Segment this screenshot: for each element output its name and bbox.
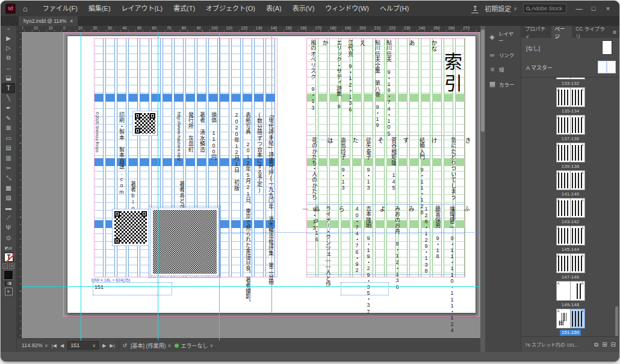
page-thumbnail[interactable]: A	[571, 115, 585, 135]
new-spread-button[interactable]: ⊞	[602, 341, 607, 348]
spread-item[interactable]: AA137-136	[521, 115, 619, 143]
panel-icon-stroke[interactable]: ≡線	[485, 62, 521, 76]
next-spread-button[interactable]: ▶	[102, 343, 106, 348]
master-none-thumbnail[interactable]	[602, 40, 612, 55]
first-spread-button[interactable]: |◀	[52, 343, 57, 348]
horizontal-ruler[interactable]: 3020100102030405060708090100110120130140…	[17, 26, 480, 32]
free-transform-tool[interactable]: ⤡	[2, 173, 15, 183]
spread-label[interactable]: 135-134	[560, 108, 581, 114]
page-thumbnail[interactable]: A	[571, 253, 585, 273]
page-number-frame[interactable]: 151	[93, 282, 172, 295]
spread-item[interactable]: AA139-138	[521, 143, 619, 170]
swap-fill-stroke-icon[interactable]: ◩⇄	[5, 246, 12, 251]
master-a-row[interactable]: A マスター	[521, 58, 619, 76]
pencil-tool[interactable]: ✎	[2, 113, 15, 123]
panel-tab-プロパティ[interactable]: プロパティ	[521, 26, 551, 38]
share-icon[interactable]: ↥	[471, 4, 479, 13]
formatting-affects-text-button[interactable]: T	[9, 264, 14, 269]
line-tool[interactable]: ╲	[2, 93, 15, 103]
page-thumbnail[interactable]: A	[556, 143, 571, 162]
spread-item[interactable]: AA143-142	[521, 198, 619, 226]
workspace-switcher[interactable]: 初期設定 ∨	[485, 4, 517, 13]
document-canvas[interactable]: 「現代詩手帖」詩書月評(一九九〇年 清水鱗造批評集 第二分冊(数分冊ずつ合本にす…	[17, 26, 480, 341]
panel-icon-color[interactable]: ▦カラー	[485, 76, 521, 91]
master-none-row[interactable]: [なし]	[521, 38, 619, 58]
ruler-origin-box[interactable]	[17, 26, 22, 32]
qr-code-medium[interactable]	[112, 209, 149, 246]
panel-icon-links[interactable]: ∞リンク	[485, 48, 521, 62]
menu-item[interactable]: ファイル(F)	[37, 1, 83, 16]
canvas-vertical-scrollbar[interactable]	[480, 26, 485, 352]
master-a-thumbnail[interactable]	[598, 61, 616, 73]
spread-item[interactable]: AA147-146	[521, 253, 619, 281]
edit-page-size-button[interactable]: ⧉	[594, 341, 598, 348]
pen-tool[interactable]: ✒	[2, 103, 15, 113]
spread-label[interactable]: 151-150	[560, 330, 581, 336]
ruler-guide-vertical[interactable]	[158, 32, 158, 341]
page-thumbnail[interactable]: A	[556, 115, 571, 135]
menu-item[interactable]: 編集(E)	[83, 1, 116, 16]
vertical-grid-tool[interactable]: ▥	[2, 153, 15, 163]
spread-label[interactable]: 143-142	[560, 219, 581, 225]
formatting-affects-container-button[interactable]: □	[2, 264, 8, 269]
home-icon[interactable]: ⌂	[23, 4, 28, 13]
panel-tab-ページ[interactable]: ページ	[551, 26, 572, 38]
rectangle-tool[interactable]: ▭	[2, 133, 15, 143]
panel-icon-layers[interactable]: ◈レイヤー	[485, 26, 521, 48]
menu-item[interactable]: オブジェクト(O)	[200, 1, 261, 16]
document-tab[interactable]: hyo2.indd @ 114% ×	[19, 16, 78, 26]
adobe-stock-search-input[interactable]: Adobe Stock	[523, 4, 566, 13]
note-tool[interactable]: ▬	[2, 203, 15, 213]
page-thumbnail[interactable]: A	[556, 170, 571, 190]
menu-item[interactable]: 表(A)	[261, 1, 287, 16]
page-thumbnail[interactable]: A	[556, 198, 571, 218]
horizontal-grid-tool[interactable]: ▤	[2, 143, 15, 153]
ruler-guide-vertical[interactable]	[219, 32, 220, 341]
page-thumbnail[interactable]: A	[556, 253, 571, 273]
menu-item[interactable]: 表示(V)	[287, 1, 320, 16]
direct-selection-tool[interactable]: ▷	[2, 43, 15, 54]
apply-gradient-button[interactable]	[5, 281, 12, 286]
empty-text-frame[interactable]	[341, 282, 389, 295]
gap-tool[interactable]: ⇔	[2, 63, 15, 73]
type-tool[interactable]: T	[2, 83, 15, 93]
menu-item[interactable]: レイアウト(L)	[116, 1, 168, 16]
gradient-tool[interactable]: ▩	[2, 183, 15, 193]
maximize-button[interactable]: □	[587, 1, 600, 16]
minimize-button[interactable]: —	[572, 1, 586, 16]
spread-label[interactable]: 145-144	[560, 247, 581, 253]
hand-tool[interactable]: Ψ	[2, 223, 15, 233]
spread-label[interactable]: 147-146	[560, 274, 581, 280]
spread-item[interactable]: AA141-140	[521, 170, 619, 198]
ruler-guide-vertical[interactable]	[81, 32, 81, 341]
page-tool[interactable]: ⧉	[2, 53, 15, 63]
page-thumbnail[interactable]: A	[556, 309, 571, 329]
page-number-field[interactable]: 151 ∨	[67, 341, 99, 350]
previous-spread-button[interactable]: ◀	[60, 343, 64, 348]
scissors-tool[interactable]: ✂	[2, 163, 15, 173]
screen-mode-button[interactable]: ✕	[5, 288, 13, 295]
selection-tool[interactable]: ▶	[2, 33, 15, 43]
spread-label[interactable]: 133-132	[560, 81, 581, 87]
spread-item[interactable]: AA145-144	[521, 226, 619, 253]
selected-frame-outline[interactable]	[149, 206, 221, 278]
gradient-feather-tool[interactable]: ▨	[2, 193, 15, 203]
spread-item[interactable]: AA149-148	[521, 281, 619, 309]
spread-label[interactable]: 141-140	[560, 191, 581, 197]
page-thumbnail[interactable]: A	[571, 143, 585, 162]
page-thumbnail[interactable]: A	[571, 78, 585, 79]
page-thumbnail[interactable]: A	[571, 170, 585, 190]
spread-item[interactable]: AA133-132	[521, 78, 619, 87]
panel-menu-icon[interactable]: ≡	[610, 26, 619, 38]
page-thumbnail[interactable]: A	[571, 226, 585, 245]
scrollbar-thumb[interactable]	[481, 29, 485, 132]
pages-scrollbar-thumb[interactable]	[615, 306, 618, 336]
spread-list[interactable]: AA133-132AA135-134AA137-136AA139-138AA14…	[521, 78, 619, 336]
content-collector-tool[interactable]: ⬓	[2, 73, 15, 83]
eyedropper-tool[interactable]: ⟋	[2, 213, 15, 223]
rotate-view-icon[interactable]: ↺	[123, 342, 128, 348]
page-thumbnail[interactable]: A	[556, 226, 571, 245]
page-thumbnail[interactable]: A	[571, 87, 585, 107]
view-profile-select[interactable]: [基本] (作業用) ∨	[131, 342, 171, 350]
close-button[interactable]: ×	[601, 1, 615, 16]
